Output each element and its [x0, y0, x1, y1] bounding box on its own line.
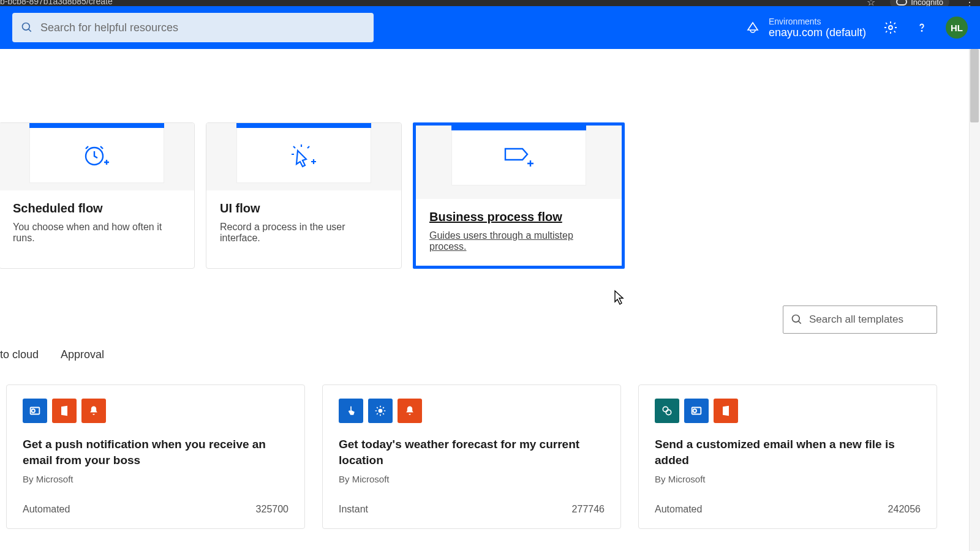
- template-type: Automated: [655, 504, 702, 515]
- template-title: Get a push notification when you receive…: [23, 437, 288, 468]
- browser-chrome: b-bcb8-897b1a3d8b85/create ☆ Incognito ⋮: [0, 0, 980, 6]
- clock-plus-icon: [80, 140, 114, 171]
- flow-card-title: Scheduled flow: [13, 201, 181, 216]
- global-search-input[interactable]: [40, 21, 365, 34]
- flow-card-ui[interactable]: UI flow Record a process in the user int…: [206, 122, 402, 269]
- outlook-icon: [23, 399, 47, 423]
- environment-icon: [745, 20, 760, 35]
- avatar[interactable]: HL: [946, 17, 968, 39]
- gear-icon[interactable]: [883, 20, 898, 35]
- flow-card-business-process[interactable]: Business process flow Guides users throu…: [413, 122, 625, 269]
- environment-label: Environments: [769, 17, 866, 26]
- page-body: as needed. Scheduled flow You choose whe…: [0, 49, 980, 551]
- svg-line-6: [799, 321, 801, 324]
- template-author: By Microsoft: [23, 474, 288, 484]
- url-bar-fragment: b-bcb8-897b1a3d8b85/create: [0, 0, 113, 6]
- template-card[interactable]: Send a customized email when a new file …: [638, 384, 937, 529]
- svg-point-10: [663, 407, 668, 411]
- svg-point-11: [666, 410, 671, 414]
- svg-point-3: [921, 31, 922, 31]
- svg-point-13: [693, 409, 697, 413]
- sun-icon: [368, 399, 393, 423]
- template-card[interactable]: Get a push notification when you receive…: [6, 384, 305, 529]
- template-title: Get today's weather forecast for my curr…: [339, 437, 605, 468]
- touch-icon: [339, 399, 363, 423]
- template-cards-row: Get a push notification when you receive…: [0, 376, 980, 529]
- search-icon: [791, 313, 803, 326]
- cursor-click-plus-icon: [288, 141, 320, 170]
- flow-card-scheduled[interactable]: Scheduled flow You choose when and how o…: [0, 122, 195, 269]
- svg-point-8: [32, 409, 36, 413]
- flow-card-title: UI flow: [220, 201, 388, 216]
- template-type: Automated: [23, 504, 70, 515]
- template-search[interactable]: Search all templates: [783, 305, 937, 334]
- environment-picker[interactable]: Environments enayu.com (default): [745, 17, 866, 39]
- global-search[interactable]: [12, 13, 374, 42]
- bell-icon: [398, 399, 422, 423]
- sharepoint-icon: [655, 399, 679, 423]
- office-icon: [52, 399, 77, 423]
- office-icon: [714, 399, 738, 423]
- template-title: Send a customized email when a new file …: [655, 437, 921, 468]
- template-count: 325700: [256, 504, 288, 515]
- flow-card-desc: Record a process in the user interface.: [220, 222, 388, 244]
- scroll-thumb[interactable]: [970, 49, 979, 122]
- flow-card-desc: You choose when and how often it runs.: [13, 222, 181, 244]
- template-author: By Microsoft: [655, 474, 921, 484]
- template-category-tabs: to cloud Approval: [0, 334, 980, 376]
- svg-point-5: [793, 315, 800, 323]
- template-type: Instant: [339, 504, 368, 515]
- template-author: By Microsoft: [339, 474, 605, 484]
- flow-card-title: Business process flow: [429, 210, 608, 224]
- svg-line-1: [29, 29, 31, 32]
- svg-point-9: [379, 409, 383, 413]
- svg-point-2: [889, 26, 892, 29]
- outlook-icon: [684, 399, 709, 423]
- template-search-placeholder: Search all templates: [809, 313, 903, 326]
- tab-approval[interactable]: Approval: [61, 348, 104, 361]
- flow-type-cards: as needed. Scheduled flow You choose whe…: [0, 49, 980, 269]
- incognito-label: Incognito: [911, 0, 943, 7]
- help-icon[interactable]: [915, 21, 929, 34]
- template-count: 242056: [888, 504, 921, 515]
- vertical-scrollbar[interactable]: [969, 49, 980, 551]
- search-icon: [21, 21, 33, 34]
- app-header: Environments enayu.com (default) HL: [0, 6, 980, 49]
- incognito-icon: [896, 0, 907, 6]
- svg-point-0: [23, 23, 30, 31]
- flow-card-desc: Guides users through a multistep process…: [429, 230, 608, 252]
- environment-value: enayu.com (default): [769, 26, 866, 39]
- template-card[interactable]: Get today's weather forecast for my curr…: [322, 384, 621, 529]
- template-count: 277746: [572, 504, 605, 515]
- stage-plus-icon: [499, 143, 538, 173]
- tab-to-cloud[interactable]: to cloud: [0, 348, 39, 361]
- bell-icon: [81, 399, 106, 423]
